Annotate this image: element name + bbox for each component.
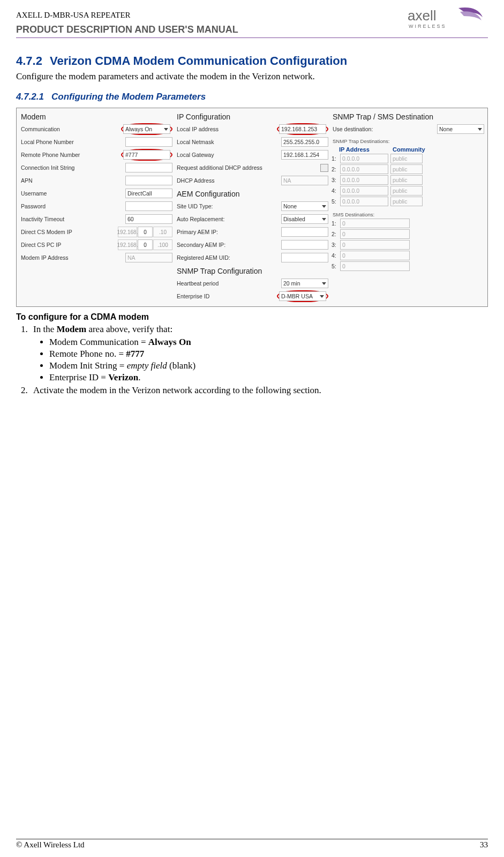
enterprise-select[interactable]: D-MBR USA xyxy=(279,291,326,301)
heartbeat-select[interactable]: 20 min xyxy=(281,279,328,288)
section-title: Verizon CDMA Modem Communication Configu… xyxy=(50,54,347,67)
direct-cs-modem-ip[interactable]: 192.168. 0 .10 xyxy=(118,227,172,237)
b4-post: . xyxy=(138,372,140,382)
trap-row: 4:0.0.0.0public xyxy=(332,186,484,196)
modem-ip-input: NA xyxy=(125,253,172,262)
trap-header: IP Address Community xyxy=(332,146,484,153)
trap-n: 1: xyxy=(332,155,338,162)
apn-input[interactable] xyxy=(125,176,172,185)
remote-phone-circled: #777 xyxy=(121,149,172,161)
secondary-aem-input[interactable] xyxy=(281,240,328,250)
step-2: Activate the modem in the Verizon networ… xyxy=(30,385,488,396)
sms-n: 3: xyxy=(332,242,338,248)
sms-input[interactable]: 0 xyxy=(340,240,410,250)
remote-phone-input[interactable]: #777 xyxy=(123,150,170,160)
local-ip-input[interactable]: 192.168.1.253 xyxy=(279,124,326,134)
direct-cs-modem-label: Direct CS Modem IP xyxy=(20,229,118,235)
section-heading: 4.7.2Verizon CDMA Modem Communication Co… xyxy=(16,54,488,68)
b1-pre: Modem Communication = xyxy=(49,337,148,347)
gateway-input[interactable]: 192.168.1.254 xyxy=(281,150,328,160)
site-uid-select[interactable]: None xyxy=(281,201,328,211)
sms-row: 3:0 xyxy=(332,240,484,250)
communication-circled: Always On xyxy=(121,123,172,135)
trap-ip-input[interactable]: 0.0.0.0 xyxy=(340,175,388,185)
sms-input[interactable]: 0 xyxy=(340,229,410,239)
netmask-input[interactable]: 255.255.255.0 xyxy=(281,137,328,147)
trap-ip-input[interactable]: 0.0.0.0 xyxy=(340,197,388,206)
secondary-aem-label: Secondary AEM IP: xyxy=(176,242,281,248)
subsection-heading: 4.7.2.1Configuring the Modem Parameters xyxy=(16,92,488,102)
sms-input[interactable]: 0 xyxy=(340,219,410,228)
sms-row: 5:0 xyxy=(332,261,484,271)
footer-copyright: © Axell Wireless Ltd xyxy=(16,840,85,850)
trap-ip-input[interactable]: 0.0.0.0 xyxy=(340,186,388,196)
b3-em: empty field xyxy=(127,360,167,371)
trap-n: 3: xyxy=(332,177,338,183)
sms-row: 2:0 xyxy=(332,229,484,239)
communication-select[interactable]: Always On xyxy=(123,124,170,134)
b4-bold: Verizon xyxy=(108,372,138,382)
trap-n: 5: xyxy=(332,198,338,205)
apn-label: APN xyxy=(20,177,125,184)
dhcp-addr-input: NA xyxy=(281,176,328,185)
step1-bullets: Modem Communication = Always On Remote P… xyxy=(33,337,488,383)
trap-row: 3:0.0.0.0public xyxy=(332,175,484,185)
username-input[interactable]: DirectCall xyxy=(125,189,172,198)
b1-bold: Always On xyxy=(148,337,191,347)
aem-config-title: AEM Configuration xyxy=(177,190,328,198)
sms-input[interactable]: 0 xyxy=(340,261,410,271)
sms-row: 4:0 xyxy=(332,251,484,260)
sms-row: 1:0 xyxy=(332,219,484,228)
ip-seg-b[interactable]: 0 xyxy=(138,227,153,237)
reg-uid-input[interactable] xyxy=(281,253,328,262)
req-dhcp-label: Request additional DHCP address xyxy=(176,164,320,171)
password-label: Password xyxy=(20,203,125,209)
local-phone-label: Local Phone Number xyxy=(20,139,125,145)
conn-init-input[interactable] xyxy=(125,163,172,172)
sms-input[interactable]: 0 xyxy=(340,251,410,260)
step-1: In the Modem area above, verify that: Mo… xyxy=(30,324,488,383)
inactivity-input[interactable]: 60 xyxy=(125,214,172,224)
bullet-4: Enterprise ID = Verizon. xyxy=(49,372,488,383)
logo-text-bottom: WIRELESS xyxy=(409,24,447,29)
trap-row: 2:0.0.0.0public xyxy=(332,164,484,174)
conn-init-label: Connection Init String xyxy=(20,164,125,171)
sms-n: 2: xyxy=(332,231,338,237)
middle-column: IP Configuration Local IP address 192.16… xyxy=(176,111,328,303)
bullet-3: Modem Init String = empty field (blank) xyxy=(49,360,488,371)
dest-panel: SNMP Trap / SMS Destination Use destinat… xyxy=(332,111,484,303)
snmp-config-title: SNMP Trap Configuration xyxy=(177,267,328,275)
req-dhcp-checkbox[interactable] xyxy=(320,164,328,172)
section-intro: Configure the modem parameters and activ… xyxy=(16,71,488,82)
b2-pre: Remote Phone no. = xyxy=(49,349,126,359)
use-dest-select[interactable]: None xyxy=(437,124,484,134)
trap-row: 5:0.0.0.0public xyxy=(332,197,484,206)
trap-com-input[interactable]: public xyxy=(390,154,423,163)
axell-logo: axell WIRELESS xyxy=(408,5,488,32)
primary-aem-label: Primary AEM IP: xyxy=(176,229,281,235)
site-uid-label: Site UID Type: xyxy=(176,203,281,209)
auto-repl-select[interactable]: Disabled xyxy=(281,214,328,224)
ip-seg-b2[interactable]: 0 xyxy=(138,239,153,250)
step1-pre: In the xyxy=(33,324,56,334)
trap-ip-input[interactable]: 0.0.0.0 xyxy=(340,164,388,174)
password-input[interactable] xyxy=(125,201,172,211)
heartbeat-label: Heartbeat period xyxy=(176,280,281,287)
trap-com-input[interactable]: public xyxy=(390,175,423,185)
trap-com-input[interactable]: public xyxy=(390,186,423,196)
primary-aem-input[interactable] xyxy=(281,227,328,237)
subsection-title: Configuring the Modem Parameters xyxy=(51,92,206,102)
trap-com-input[interactable]: public xyxy=(390,164,423,174)
sms-dest-label: SMS Destinations: xyxy=(333,212,484,217)
ip-seg-a2: 192.168. xyxy=(118,239,137,250)
direct-cs-pc-ip[interactable]: 192.168. 0 .100 xyxy=(118,239,172,250)
b3-pre: Modem Init String = xyxy=(49,360,127,371)
page-footer: © Axell Wireless Ltd 33 xyxy=(16,839,488,850)
trap-ip-input[interactable]: 0.0.0.0 xyxy=(340,154,388,163)
section-number: 4.7.2 xyxy=(16,54,42,67)
trap-com-input[interactable]: public xyxy=(390,197,423,206)
trap-row: 1:0.0.0.0public xyxy=(332,154,484,163)
bullet-2: Remote Phone no. = #777 xyxy=(49,349,488,359)
local-phone-input[interactable] xyxy=(125,137,172,147)
enterprise-label: Enterprise ID xyxy=(176,293,277,299)
